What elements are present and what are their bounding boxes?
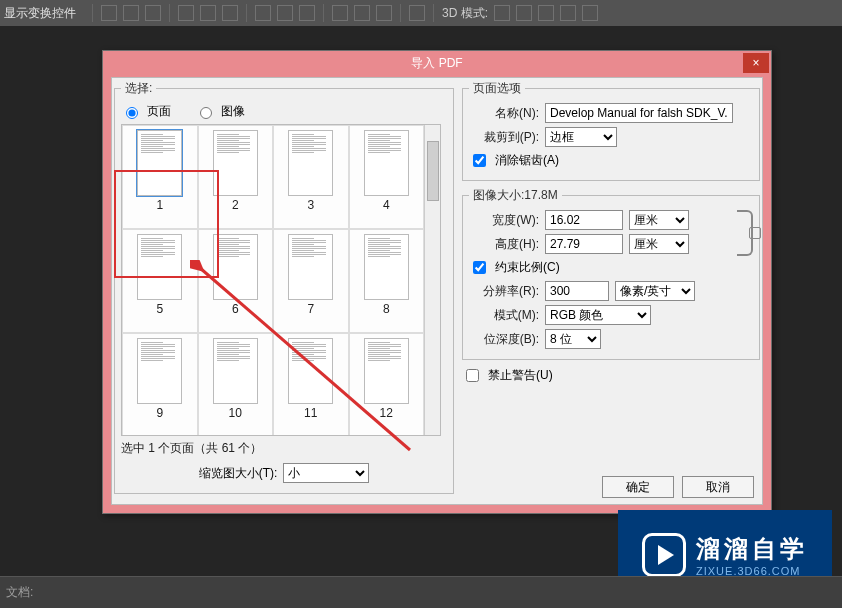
- select-pane: 选择: 页面 图像 123456789101112 选中 1 个页面（共 61 …: [114, 80, 454, 500]
- radio-image-label: 图像: [221, 103, 245, 120]
- thumbnail-number: 4: [383, 198, 390, 212]
- thumbnail-number: 7: [307, 302, 314, 316]
- mode3d-camera-icon[interactable]: [582, 5, 598, 21]
- antialias-label: 消除锯齿(A): [495, 152, 559, 169]
- suppress-label: 禁止警告(U): [488, 367, 553, 384]
- distribute-v-icon[interactable]: [277, 5, 293, 21]
- align-left-icon[interactable]: [101, 5, 117, 21]
- mode-select[interactable]: RGB 颜色: [545, 305, 651, 325]
- mode-label: 模式(M):: [469, 307, 539, 324]
- image-size-legend: 图像大小:17.8M: [469, 187, 562, 204]
- align-right-icon[interactable]: [145, 5, 161, 21]
- close-button[interactable]: ×: [743, 53, 769, 73]
- thumbnail-page-4[interactable]: 4: [349, 125, 425, 229]
- select-legend: 选择:: [121, 80, 156, 97]
- resolution-unit-select[interactable]: 像素/英寸: [615, 281, 695, 301]
- play-icon: [642, 533, 686, 577]
- crop-select[interactable]: 边框: [545, 127, 617, 147]
- status-bar: 文档:: [0, 576, 842, 608]
- thumbnail-page-12[interactable]: 12: [349, 333, 425, 436]
- align-top-icon[interactable]: [178, 5, 194, 21]
- width-unit-select[interactable]: 厘米: [629, 210, 689, 230]
- resolution-input[interactable]: [545, 281, 609, 301]
- separator: [400, 4, 401, 22]
- thumbnail-page-5[interactable]: 5: [122, 229, 198, 333]
- thumbsize-select[interactable]: 小: [283, 463, 369, 483]
- thumbnail-page-1[interactable]: 1: [122, 125, 198, 229]
- thumbnail-page-9[interactable]: 9: [122, 333, 198, 436]
- thumbnail-page-2[interactable]: 2: [198, 125, 274, 229]
- thumbnail-number: 10: [229, 406, 242, 420]
- dialog-titlebar[interactable]: 导入 PDF ×: [103, 51, 771, 75]
- watermark-title: 溜溜自学: [696, 533, 808, 565]
- height-input[interactable]: [545, 234, 623, 254]
- page-options-group: 页面选项 名称(N): 裁剪到(P): 边框 消除锯齿(A): [462, 80, 760, 181]
- antialias-checkbox[interactable]: [473, 154, 486, 167]
- vertical-scrollbar[interactable]: [424, 125, 440, 435]
- depth-label: 位深度(B):: [469, 331, 539, 348]
- thumbnails-panel: 123456789101112: [121, 124, 441, 436]
- depth-select[interactable]: 8 位: [545, 329, 601, 349]
- align-bottom-icon[interactable]: [222, 5, 238, 21]
- dialog-footer: 确定 取消: [602, 476, 754, 498]
- ok-button[interactable]: 确定: [602, 476, 674, 498]
- thumbnail-page-6[interactable]: 6: [198, 229, 274, 333]
- thumbnail-page-7[interactable]: 7: [273, 229, 349, 333]
- mode3d-light-icon[interactable]: [560, 5, 576, 21]
- separator: [246, 4, 247, 22]
- mode3d-move-icon[interactable]: [538, 5, 554, 21]
- align-center-v-icon[interactable]: [200, 5, 216, 21]
- selection-info: 选中 1 个页面（共 61 个）: [121, 440, 447, 457]
- height-unit-select[interactable]: 厘米: [629, 234, 689, 254]
- arrange-h-icon[interactable]: [332, 5, 348, 21]
- radio-page[interactable]: [126, 107, 138, 119]
- mode3d-orbit-icon[interactable]: [494, 5, 510, 21]
- thumbsize-row: 缩览图大小(T): 小: [121, 463, 447, 483]
- link-dimensions-icon[interactable]: [737, 210, 753, 256]
- thumbnail-number: 11: [304, 406, 317, 420]
- constrain-checkbox[interactable]: [473, 261, 486, 274]
- cancel-button[interactable]: 取消: [682, 476, 754, 498]
- auto-align-icon[interactable]: [409, 5, 425, 21]
- distribute-space-icon[interactable]: [299, 5, 315, 21]
- suppress-checkbox[interactable]: [466, 369, 479, 382]
- radio-image[interactable]: [200, 107, 212, 119]
- thumbnail-page-3[interactable]: 3: [273, 125, 349, 229]
- crop-label: 裁剪到(P):: [469, 129, 539, 146]
- thumbnail-number: 2: [232, 198, 239, 212]
- thumbnail-page-10[interactable]: 10: [198, 333, 274, 436]
- distribute-h-icon[interactable]: [255, 5, 271, 21]
- selection-info-prefix: 选中 1 个页面（共: [121, 441, 222, 455]
- width-input[interactable]: [545, 210, 623, 230]
- select-group: 选择: 页面 图像 123456789101112 选中 1 个页面（共 61 …: [114, 80, 454, 494]
- separator: [169, 4, 170, 22]
- width-label: 宽度(W):: [469, 212, 539, 229]
- thumbnail-page-11[interactable]: 11: [273, 333, 349, 436]
- height-label: 高度(H):: [469, 236, 539, 253]
- dialog-title: 导入 PDF: [411, 55, 462, 72]
- status-doc-label: 文档:: [6, 584, 33, 601]
- options-pane: 页面选项 名称(N): 裁剪到(P): 边框 消除锯齿(A) 图像大小:1: [462, 80, 760, 389]
- select-radios: 页面 图像: [121, 103, 447, 120]
- mode3d-pan-icon[interactable]: [516, 5, 532, 21]
- options-label: 显示变换控件: [4, 5, 76, 22]
- options-bar: 显示变换控件 3D 模式:: [0, 0, 842, 26]
- align-center-h-icon[interactable]: [123, 5, 139, 21]
- name-input[interactable]: [545, 103, 733, 123]
- mode3d-label: 3D 模式:: [442, 5, 488, 22]
- radio-page-label: 页面: [147, 103, 171, 120]
- arrange-grid-icon[interactable]: [376, 5, 392, 21]
- separator: [323, 4, 324, 22]
- name-label: 名称(N):: [469, 105, 539, 122]
- separator: [433, 4, 434, 22]
- thumbnail-number: 1: [156, 198, 163, 212]
- thumbnail-number: 12: [380, 406, 393, 420]
- thumbnail-number: 9: [156, 406, 163, 420]
- thumbnail-number: 5: [156, 302, 163, 316]
- thumbnail-page-8[interactable]: 8: [349, 229, 425, 333]
- constrain-label: 约束比例(C): [495, 259, 560, 276]
- scrollbar-handle[interactable]: [427, 141, 439, 201]
- arrange-v-icon[interactable]: [354, 5, 370, 21]
- selection-info-count: 61: [222, 441, 235, 455]
- thumbnail-number: 6: [232, 302, 239, 316]
